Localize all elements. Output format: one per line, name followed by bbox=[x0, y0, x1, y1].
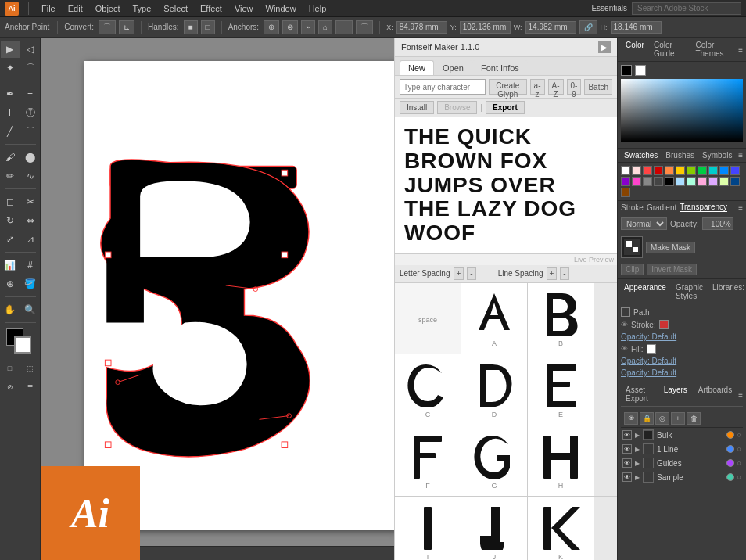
layer-lock-btn[interactable]: 🔒 bbox=[640, 412, 654, 425]
anchors-btn-3[interactable]: ⌁ bbox=[301, 20, 315, 34]
glyph-D[interactable]: D bbox=[461, 354, 528, 425]
az-upper-btn[interactable]: A-Z bbox=[548, 79, 564, 95]
add-anchor-tool[interactable]: + bbox=[21, 85, 40, 102]
color-bg-swatch[interactable] bbox=[635, 65, 646, 76]
arc-tool[interactable]: ⌒ bbox=[21, 123, 40, 140]
canvas-area[interactable]: Toggle Direct Selection ▶ Ai bbox=[41, 38, 394, 560]
swatch-gray[interactable] bbox=[643, 177, 652, 186]
letter-spacing-minus[interactable]: + bbox=[454, 267, 464, 280]
layer-sample-lock[interactable]: ○ bbox=[737, 473, 741, 481]
brushes-tab[interactable]: Brushes bbox=[662, 150, 698, 160]
layer-1line[interactable]: 👁 ▶ 1 Line ○ bbox=[621, 442, 743, 456]
tab-open[interactable]: Open bbox=[434, 60, 472, 75]
install-btn[interactable]: Install bbox=[400, 101, 434, 114]
invert-mask-btn[interactable]: Invert Mask bbox=[647, 264, 697, 275]
trans-panel-menu[interactable]: ≡ bbox=[738, 203, 743, 212]
layer-bulk-lock[interactable]: ○ bbox=[737, 431, 741, 439]
make-mask-btn[interactable]: Make Mask bbox=[646, 242, 695, 253]
normal-mode-btn[interactable]: □ bbox=[1, 360, 20, 377]
handles-btn-2[interactable]: □ bbox=[201, 20, 215, 34]
swatch-19[interactable] bbox=[621, 188, 630, 197]
eraser-tool[interactable]: ◻ bbox=[1, 193, 20, 210]
blend-mode-select[interactable]: Normal bbox=[621, 217, 667, 230]
layer-delete-btn[interactable]: 🗑 bbox=[687, 412, 701, 425]
swatch-17[interactable] bbox=[719, 177, 729, 186]
magic-wand-tool[interactable]: ✦ bbox=[1, 59, 20, 77]
paintbrush-tool[interactable]: 🖌 bbox=[1, 149, 20, 166]
h-input[interactable] bbox=[611, 21, 662, 34]
menu-help[interactable]: Help bbox=[306, 4, 330, 13]
anchors-btn-2[interactable]: ⊗ bbox=[282, 20, 298, 34]
direct-select-tool[interactable]: ◁ bbox=[21, 41, 40, 58]
pen-tool[interactable]: ✒ bbox=[1, 85, 20, 102]
swatches-panel-menu[interactable]: ≡ bbox=[738, 150, 743, 160]
glyph-B[interactable]: B bbox=[528, 283, 594, 354]
tab-new[interactable]: New bbox=[400, 60, 434, 75]
swatch-1[interactable] bbox=[632, 166, 641, 175]
stroke-swatch[interactable] bbox=[14, 336, 31, 354]
glyph-H[interactable]: H bbox=[528, 425, 594, 496]
convert-btn-2[interactable]: ⊾ bbox=[119, 20, 134, 34]
zoom-tool[interactable]: 🔍 bbox=[21, 301, 40, 318]
color-themes-tab[interactable]: Color Themes bbox=[690, 39, 738, 59]
clip-btn[interactable]: Clip bbox=[621, 264, 644, 275]
glyph-E[interactable]: E bbox=[528, 354, 594, 425]
swatch-3[interactable] bbox=[654, 166, 663, 175]
y-input[interactable] bbox=[460, 21, 511, 34]
color-panel-menu[interactable]: ≡ bbox=[738, 39, 743, 59]
color-guide-tab[interactable]: Color Guide bbox=[649, 39, 691, 59]
fill-visibility[interactable]: 👁 bbox=[621, 345, 628, 353]
swatch-5[interactable] bbox=[676, 166, 685, 175]
fill-color-swatch[interactable] bbox=[647, 344, 656, 354]
lasso-tool[interactable]: ⌒ bbox=[21, 59, 40, 77]
link-btn[interactable]: 🔗 bbox=[579, 20, 597, 34]
menu-view[interactable]: View bbox=[231, 4, 256, 13]
layer-guides[interactable]: 👁 ▶ Guides ○ bbox=[621, 456, 743, 470]
opacity-default-link[interactable]: Opacity: Default bbox=[621, 368, 676, 377]
swatch-11[interactable] bbox=[621, 177, 630, 186]
touch-type-tool[interactable]: Ⓣ bbox=[21, 104, 40, 121]
graphic-styles-tab[interactable]: Graphic Styles bbox=[672, 282, 706, 301]
swatch-18[interactable] bbox=[730, 177, 740, 186]
glyph-A[interactable]: A bbox=[461, 283, 528, 354]
letter-spacing-collapse[interactable]: - bbox=[467, 267, 475, 280]
shape-builder-tool[interactable]: ⊕ bbox=[1, 275, 20, 293]
convert-btn-1[interactable]: ⌒ bbox=[99, 20, 116, 34]
pencil-tool[interactable]: ✏ bbox=[1, 167, 20, 185]
swatches-tab[interactable]: Swatches bbox=[621, 150, 661, 160]
menu-type[interactable]: Type bbox=[130, 4, 155, 13]
menu-effect[interactable]: Effect bbox=[197, 4, 225, 13]
artboards-tab[interactable]: Artboards bbox=[694, 385, 737, 404]
glyph-J[interactable]: J bbox=[461, 497, 528, 560]
layer-bulk[interactable]: 👁 ▶ Bulk ○ bbox=[621, 428, 743, 442]
anchors-btn-6[interactable]: ⌒ bbox=[356, 20, 373, 34]
color-fg-swatch[interactable] bbox=[621, 65, 632, 76]
x-input[interactable] bbox=[396, 21, 447, 34]
gradient-tab[interactable]: Gradient bbox=[647, 203, 676, 212]
select-tool[interactable]: ▶ bbox=[1, 41, 20, 58]
reflect-tool[interactable]: ⇔ bbox=[21, 212, 40, 229]
layer-bulk-visibility[interactable]: 👁 bbox=[622, 430, 632, 440]
swatch-2[interactable] bbox=[643, 166, 652, 175]
blob-tool[interactable]: ⬤ bbox=[21, 149, 40, 166]
transparency-tab[interactable]: Transparency bbox=[680, 203, 727, 212]
menu-window[interactable]: Window bbox=[263, 4, 299, 13]
opacity-input[interactable] bbox=[702, 217, 733, 230]
live-paint-tool[interactable]: 🪣 bbox=[21, 275, 40, 293]
symbols-tab[interactable]: Symbols bbox=[699, 150, 735, 160]
stroke-color-swatch[interactable] bbox=[659, 320, 669, 329]
line-tool[interactable]: ╱ bbox=[1, 123, 20, 140]
line-spacing-collapse[interactable]: - bbox=[560, 267, 568, 280]
swatch-16[interactable] bbox=[708, 177, 718, 186]
fill-opacity-link[interactable]: Opacity: Default bbox=[621, 357, 676, 365]
swatch-15[interactable] bbox=[698, 177, 707, 186]
handles-btn-1[interactable]: ■ bbox=[184, 20, 198, 34]
color-gradient-box[interactable] bbox=[621, 79, 743, 142]
libraries-tab[interactable]: Libraries: bbox=[709, 282, 746, 301]
scale-tool[interactable]: ⤢ bbox=[1, 231, 20, 248]
glyph-K[interactable]: K bbox=[528, 497, 594, 560]
menu-select[interactable]: Select bbox=[160, 4, 191, 13]
glyph-F[interactable]: F bbox=[395, 425, 461, 496]
swatch-14[interactable] bbox=[687, 177, 696, 186]
gradient-mode-btn[interactable]: ⬚ bbox=[21, 360, 40, 377]
